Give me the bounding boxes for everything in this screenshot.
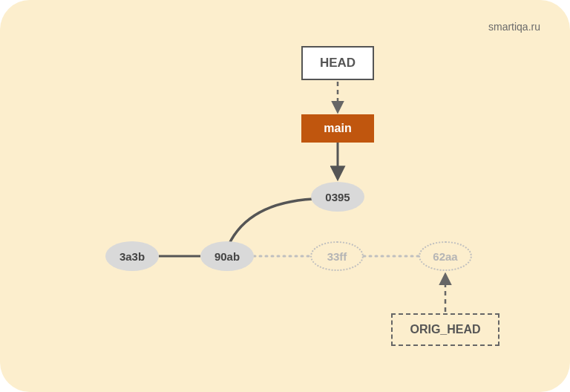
commit-hash: 33ff bbox=[327, 250, 347, 263]
main-label: main bbox=[324, 122, 351, 135]
orig-head-ref-box: ORIG_HEAD bbox=[391, 313, 499, 346]
commit-node: 3a3b bbox=[105, 241, 159, 271]
diagram-canvas: smartiqa.ru HEAD main bbox=[0, 0, 570, 392]
commit-hash: 0395 bbox=[325, 191, 350, 203]
orig-head-label: ORIG_HEAD bbox=[410, 323, 480, 336]
commit-hash: 90ab bbox=[214, 250, 240, 263]
watermark: smartiqa.ru bbox=[488, 21, 540, 33]
head-label: HEAD bbox=[320, 56, 356, 71]
commit-hash: 62aa bbox=[433, 250, 457, 263]
commit-node-ghost: 62aa bbox=[419, 241, 472, 271]
commit-node-ghost: 33ff bbox=[310, 241, 364, 271]
commit-node: 90ab bbox=[200, 241, 254, 271]
commit-hash: 3a3b bbox=[119, 250, 145, 263]
commit-node: 0395 bbox=[311, 182, 364, 212]
main-branch-box: main bbox=[301, 114, 374, 143]
head-ref-box: HEAD bbox=[301, 46, 374, 80]
